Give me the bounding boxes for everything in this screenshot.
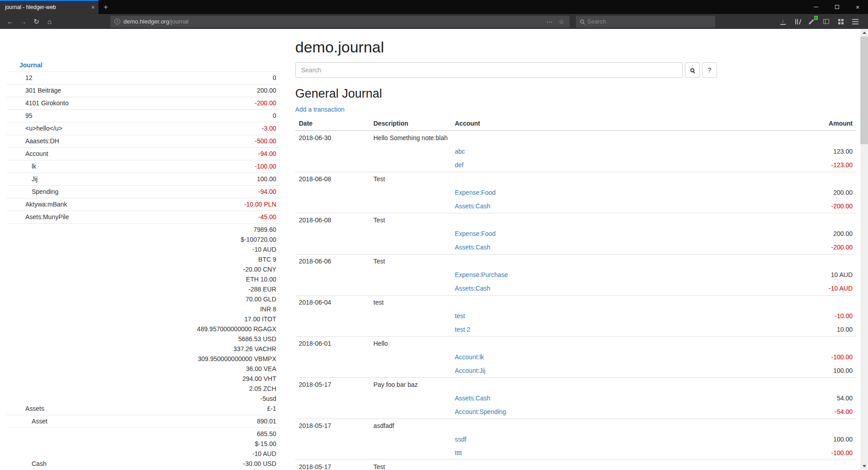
posting-account-link[interactable]: Account:Jij [455, 367, 486, 374]
accounts-sidebar: Journal 120301 Beiträge200.004101 Giroko… [7, 59, 280, 470]
empty-cell [370, 268, 451, 282]
account-balance: -500.00 [59, 136, 280, 146]
sidebar-account-row[interactable]: Aaasets:DH-500.00 [7, 135, 280, 148]
posting-account-link[interactable]: Assets:Cash [455, 202, 491, 210]
sidebar-account-row[interactable]: Asets:MunyPile-45.00 [7, 211, 280, 224]
journal-table-header: Date Description Account Amount [295, 117, 856, 131]
downloads-button[interactable]: ↓ [776, 15, 789, 28]
scroll-down-icon [863, 465, 866, 467]
home-button[interactable]: ⌂ [43, 15, 56, 28]
minimize-button[interactable] [806, 0, 826, 14]
posting-account: Expense:Food [451, 227, 704, 240]
sidebar-toggle-button[interactable] [820, 15, 833, 28]
account-name: 95 [7, 111, 33, 121]
sidebar-account-row[interactable]: Jij100.00 [7, 173, 280, 186]
transaction-row: 2018-06-04test [295, 296, 856, 310]
sidebar-account-row[interactable]: Account-94.00 [7, 148, 280, 160]
transaction-description: Test [370, 460, 856, 470]
search-button-icon [690, 68, 694, 72]
transaction-description: asdfadf [370, 419, 856, 433]
tab-close-icon[interactable]: × [91, 4, 95, 10]
page-scrollbar[interactable] [860, 29, 868, 470]
posting-account-link[interactable]: tttt [455, 449, 462, 456]
posting-account-link[interactable]: Expense:Food [455, 189, 495, 196]
account-name: Jij [7, 174, 38, 184]
back-button[interactable]: ← [4, 15, 17, 28]
library-button[interactable] [791, 15, 804, 28]
account-balance: 7989.60$-100720.00-10 AUDBTC 9-20.00 CNY… [44, 225, 280, 414]
account-name: Asets:MunyPile [7, 212, 69, 222]
apps-grid-button[interactable] [834, 15, 847, 28]
empty-cell [370, 199, 451, 213]
account-name: Asset [7, 416, 47, 426]
posting-amount: 100.00 [704, 364, 856, 378]
site-info-icon[interactable]: i [114, 19, 120, 24]
sidebar-account-row[interactable]: Assets7989.60$-100720.00-10 AUDBTC 9-20.… [7, 224, 280, 415]
empty-cell [370, 282, 451, 296]
sidebar-account-row[interactable]: 120 [7, 72, 280, 85]
new-tab-button[interactable]: + [99, 0, 113, 14]
page-actions-icon[interactable]: ⋯ [545, 18, 554, 25]
transaction-date: 2018-05-17 [295, 419, 370, 433]
balance-amount: -200.00 [69, 98, 276, 108]
sidebar-account-row[interactable]: 4101 Girokonto-200.00 [7, 97, 280, 110]
reload-button[interactable]: ↻ [30, 15, 43, 28]
balance-amount: 200.00 [61, 85, 276, 95]
sidebar-account-row[interactable]: Asset890.01 [7, 415, 280, 428]
extension-button[interactable]: 0 [805, 15, 818, 28]
posting-account-link[interactable]: Expense:Purchase [455, 271, 508, 278]
posting-account: test [451, 309, 704, 323]
balance-amount: 0 [33, 73, 276, 83]
menu-button[interactable] [849, 15, 862, 28]
tab-bar: journal - hledger-web × + × [0, 0, 868, 14]
posting-account-link[interactable]: ssdf [455, 436, 467, 443]
browser-search-field[interactable]: Search [576, 16, 715, 28]
empty-cell [370, 432, 451, 446]
sidebar-account-row[interactable]: lk-100.00 [7, 160, 280, 173]
posting-account-link[interactable]: test 2 [455, 326, 470, 333]
download-icon: ↓ [780, 18, 786, 25]
forward-icon: → [20, 18, 27, 25]
sidebar-account-row[interactable]: Aktywa:mBank-10.00 PLN [7, 198, 280, 211]
posting-amount: 10 AUD [704, 268, 856, 282]
scroll-up-button[interactable] [860, 29, 868, 37]
transaction-description: Test [370, 213, 856, 227]
posting-account-link[interactable]: def [455, 161, 463, 169]
add-transaction-link[interactable]: Add a transaction [295, 106, 344, 113]
close-button[interactable]: × [847, 0, 868, 14]
browser-tab[interactable]: journal - hledger-web × [0, 0, 99, 14]
account-name: Spending [7, 187, 58, 197]
posting-account-link[interactable]: Account:Spending [455, 408, 506, 415]
sidebar-account-row[interactable]: Cash685.50$-15.00-10 AUD-30.00 USD [7, 428, 280, 470]
posting-account-link[interactable]: abc [455, 148, 465, 155]
maximize-button[interactable] [826, 0, 847, 14]
sidebar-account-row[interactable]: <u>hello</u>-3.00 [7, 122, 280, 135]
column-header-account: Account [451, 117, 704, 131]
sidebar-account-row[interactable]: 950 [7, 110, 280, 122]
sidebar-journal-link[interactable]: Journal [19, 60, 42, 70]
posting-account-link[interactable]: Assets:Cash [455, 395, 491, 402]
bookmark-star-icon[interactable]: ☆ [557, 18, 566, 25]
empty-cell [295, 323, 370, 337]
posting-account-link[interactable]: Assets:Cash [455, 285, 491, 292]
posting-account-link[interactable]: Expense:Food [455, 230, 495, 237]
sidebar-account-row[interactable]: Spending-94.00 [7, 186, 280, 198]
search-help-button[interactable]: ? [702, 62, 717, 78]
posting-account: Assets:Cash [451, 199, 704, 213]
posting-account-link[interactable]: test [455, 312, 465, 320]
url-bar[interactable]: i demo.hledger.org/journal ⋯ ☆ [110, 16, 570, 28]
scrollbar-thumb[interactable] [860, 37, 868, 144]
transaction-date: 2018-06-08 [295, 172, 370, 186]
posting-account-link[interactable]: Assets:Cash [455, 244, 491, 251]
scroll-down-button[interactable] [860, 462, 868, 470]
search-submit-button[interactable] [685, 62, 700, 78]
posting-amount: -10.00 [704, 309, 856, 323]
account-balance: 890.01 [47, 416, 280, 426]
forward-button[interactable]: → [17, 15, 30, 28]
empty-cell [295, 158, 370, 172]
sidebar-account-row[interactable]: 301 Beiträge200.00 [7, 85, 280, 97]
balance-amount: 36.00 VEA [44, 364, 276, 374]
posting-amount: 10.00 [704, 323, 856, 337]
journal-search-input[interactable] [295, 62, 683, 78]
posting-account-link[interactable]: Account:lk [455, 353, 484, 361]
